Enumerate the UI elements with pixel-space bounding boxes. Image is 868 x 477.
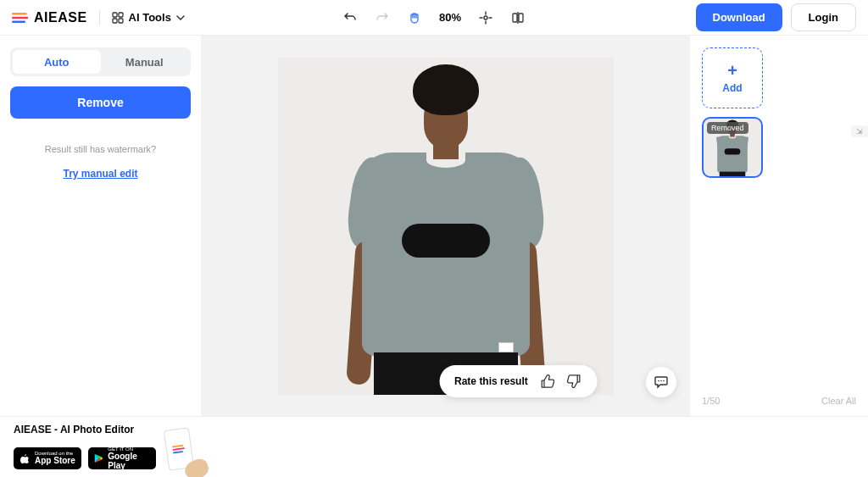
sidebar-left: Auto Manual Remove Result still has wate…: [0, 36, 201, 416]
redo-button[interactable]: [375, 10, 390, 25]
footer-promo: AIEASE - AI Photo Editor Download on the…: [0, 416, 868, 477]
add-label: Add: [722, 82, 742, 94]
app-store-badge[interactable]: Download on theApp Store: [14, 447, 81, 469]
zoom-percent[interactable]: 80%: [439, 11, 461, 24]
thumbs-down-icon[interactable]: [567, 374, 582, 389]
svg-rect-2: [113, 19, 117, 23]
apple-icon: [19, 452, 31, 464]
removed-object-mask: [402, 224, 490, 258]
feedback-button[interactable]: [646, 367, 676, 397]
ai-tools-label: AI Tools: [129, 11, 171, 24]
play-big: Google Play: [108, 452, 151, 470]
logo-icon: [171, 443, 186, 455]
svg-rect-6: [519, 14, 523, 22]
rate-bar: Rate this result: [439, 365, 598, 397]
brand-name: AIEASE: [34, 10, 87, 25]
expand-handle[interactable]: ⇲: [851, 125, 868, 137]
tab-manual[interactable]: Manual: [101, 50, 189, 74]
divider: [99, 10, 100, 25]
status-badge: Removed: [707, 122, 748, 134]
logo[interactable]: AIEASE: [12, 10, 87, 25]
clear-all-button[interactable]: Clear All: [821, 396, 856, 406]
svg-point-4: [484, 16, 487, 19]
google-play-badge[interactable]: GET IT ONGoogle Play: [88, 447, 156, 469]
fit-screen-button[interactable]: [478, 10, 493, 25]
tab-auto[interactable]: Auto: [13, 50, 101, 74]
mode-tabs: Auto Manual: [10, 47, 191, 76]
ai-tools-menu[interactable]: AI Tools: [112, 11, 185, 24]
header-center-tools: 80%: [342, 10, 526, 25]
rate-label: Rate this result: [454, 375, 528, 387]
svg-point-9: [660, 380, 662, 382]
right-footer: 1/50 Clear All: [702, 396, 856, 406]
header-right: Download Login: [696, 3, 857, 31]
phone-mockup: [166, 429, 203, 475]
appstore-big: App Store: [35, 456, 75, 465]
canvas-image: [278, 58, 614, 395]
sidebar-right: + Add Removed 1/50 Clear All: [690, 36, 868, 416]
svg-rect-5: [513, 14, 517, 22]
chevron-down-icon: [176, 14, 185, 22]
svg-rect-0: [113, 13, 117, 17]
logo-icon: [12, 11, 29, 25]
main: Auto Manual Remove Result still has wate…: [0, 36, 868, 416]
undo-button[interactable]: [342, 10, 358, 25]
thumbs-up-icon[interactable]: [540, 374, 555, 389]
image-subject: [278, 58, 614, 395]
remove-button[interactable]: Remove: [10, 86, 191, 119]
svg-point-8: [658, 380, 659, 382]
footer-title: AIEASE - AI Photo Editor: [14, 424, 854, 435]
login-button[interactable]: Login: [791, 3, 856, 31]
compare-button[interactable]: [510, 10, 526, 25]
hand-tool[interactable]: [407, 10, 422, 25]
thumbnail-1[interactable]: Removed: [702, 117, 763, 178]
try-manual-link[interactable]: Try manual edit: [10, 168, 191, 180]
store-badges: Download on theApp Store GET IT ONGoogle…: [14, 441, 854, 475]
add-image-button[interactable]: + Add: [702, 47, 763, 108]
download-button[interactable]: Download: [696, 3, 782, 31]
svg-rect-3: [119, 19, 123, 23]
play-icon: [93, 452, 103, 464]
watermark-hint: Result still has watermark?: [10, 144, 191, 154]
svg-rect-1: [119, 13, 123, 17]
canvas-area[interactable]: Rate this result: [201, 36, 690, 416]
plus-icon: +: [727, 62, 737, 79]
header: AIEASE AI Tools 80% Download Login: [0, 0, 868, 36]
image-counter: 1/50: [702, 396, 720, 406]
chat-icon: [654, 374, 669, 390]
grid-icon: [112, 12, 124, 24]
svg-point-10: [663, 380, 665, 382]
